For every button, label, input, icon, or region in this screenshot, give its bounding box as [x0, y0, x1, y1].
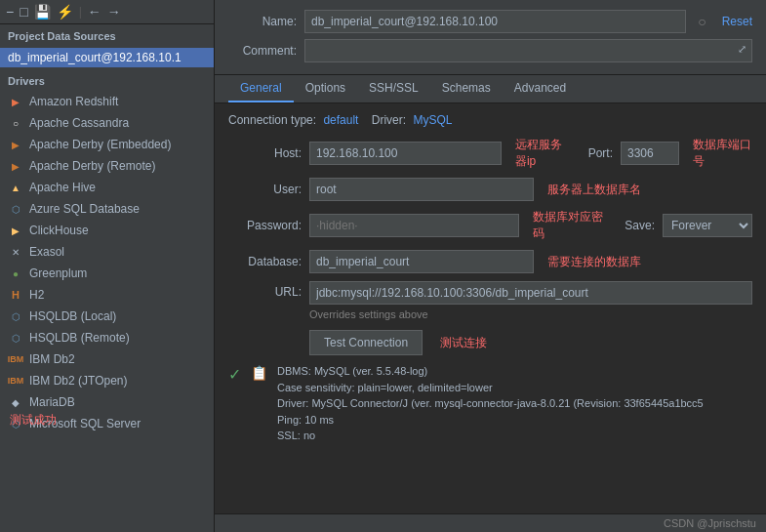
exasol-icon: ✕: [8, 244, 23, 260]
driver-clickhouse[interactable]: ▶ ClickHouse: [0, 220, 214, 241]
driver-hsqldb-local[interactable]: ⬡ HSQLDB (Local): [0, 306, 214, 327]
mariadb-icon: ◆: [8, 394, 23, 410]
url-row: URL:: [228, 281, 752, 305]
database-input[interactable]: [309, 250, 534, 273]
ibm-db2-icon: IBM: [8, 351, 23, 367]
driver-label: HSQLDB (Remote): [29, 331, 130, 345]
port-label: Port:: [588, 146, 613, 160]
save-label: Save:: [625, 219, 655, 232]
forward-icon[interactable]: →: [107, 4, 121, 20]
port-input[interactable]: [621, 142, 679, 165]
result-ssl-line: SSL: no: [277, 428, 704, 444]
driver-label: Greenplum: [29, 266, 87, 280]
driver-label: Apache Hive: [29, 181, 96, 194]
database-label: Database:: [228, 255, 302, 268]
save-icon[interactable]: 💾: [34, 4, 51, 20]
project-ds-title: Project Data Sources: [0, 24, 214, 48]
name-input[interactable]: [304, 10, 686, 33]
conn-type-link[interactable]: default: [323, 113, 358, 127]
comment-label: Comment:: [228, 44, 297, 58]
host-label: Host:: [228, 146, 302, 160]
driver-greenplum[interactable]: ● Greenplum: [0, 263, 214, 284]
port-annotation: 数据库端口号: [693, 137, 752, 170]
host-row: Host: 远程服务器ip Port: 数据库端口号: [228, 137, 752, 170]
success-checkmark-icon: ✓: [228, 365, 241, 384]
driver-h2[interactable]: H H2: [0, 284, 214, 306]
url-input[interactable]: [309, 281, 752, 305]
driver-apache-derby-embedded[interactable]: ▶ Apache Derby (Embedded): [0, 134, 214, 155]
driver-apache-derby-remote[interactable]: ▶ Apache Derby (Remote): [0, 155, 214, 177]
derby-remote-icon: ▶: [8, 158, 23, 174]
comment-input[interactable]: [304, 39, 752, 62]
password-label: Password:: [228, 219, 302, 232]
test-connection-button[interactable]: Test Connection: [309, 330, 423, 355]
user-label: User:: [228, 183, 302, 196]
test-annotation: 测试连接: [440, 335, 487, 351]
run-icon[interactable]: ⚡: [57, 4, 73, 20]
driver-label: Apache Cassandra: [29, 116, 129, 130]
sidebar: − □ 💾 ⚡ | ← → Project Data Sources db_im…: [0, 0, 215, 532]
general-tab-content: Connection type: default Driver: MySQL H…: [215, 103, 766, 513]
tab-options[interactable]: Options: [294, 75, 357, 102]
result-case-line: Case sensitivity: plain=lower, delimited…: [277, 380, 704, 396]
bottom-bar-text: CSDN @Jprischstu: [664, 517, 756, 529]
comment-wrapper: ⤢: [304, 39, 752, 62]
cassandra-icon: ○: [8, 115, 23, 131]
maximize-icon[interactable]: □: [20, 4, 27, 20]
bottom-bar: CSDN @Jprischstu: [215, 513, 766, 532]
hive-icon: ▲: [8, 180, 23, 195]
host-annotation: 远程服务器ip: [515, 137, 573, 170]
driver-hsqldb-remote[interactable]: ⬡ HSQLDB (Remote): [0, 327, 214, 348]
tab-general[interactable]: General: [228, 75, 294, 102]
driver-label: H2: [29, 288, 44, 302]
top-fields-panel: Name: ○ Reset Comment: ⤢: [215, 0, 766, 75]
hsqldb-local-icon: ⬡: [8, 308, 23, 324]
tab-advanced[interactable]: Advanced: [503, 75, 578, 102]
reset-link[interactable]: Reset: [722, 15, 752, 28]
driver-ibm-db2[interactable]: IBM IBM Db2: [0, 348, 214, 370]
result-dbms-line: DBMS: MySQL (ver. 5.5.48-log): [277, 363, 704, 380]
host-input[interactable]: [309, 142, 502, 165]
minimize-icon[interactable]: −: [6, 4, 14, 20]
driver-label: Exasol: [29, 245, 64, 259]
tab-schemas[interactable]: Schemas: [430, 75, 503, 102]
database-annotation: 需要连接的数据库: [547, 254, 641, 270]
hsqldb-remote-icon: ⬡: [8, 330, 23, 346]
tab-ssh-ssl[interactable]: SSH/SSL: [357, 75, 430, 102]
copy-icon[interactable]: 📋: [251, 365, 267, 381]
result-area: ✓ 📋 DBMS: MySQL (ver. 5.5.48-log) Case s…: [228, 363, 752, 444]
derby-embedded-icon: ▶: [8, 137, 23, 152]
driver-mariadb[interactable]: ◆ MariaDB: [0, 391, 214, 413]
user-row: User: 服务器上数据库名: [228, 178, 752, 201]
overrides-text: Overrides settings above: [309, 308, 752, 320]
driver-exasol[interactable]: ✕ Exasol: [0, 241, 214, 263]
tabs-bar: General Options SSH/SSL Schemas Advanced: [215, 75, 766, 103]
separator: |: [79, 5, 82, 19]
driver-label: Azure SQL Database: [29, 202, 140, 216]
driver-apache-cassandra[interactable]: ○ Apache Cassandra: [0, 112, 214, 134]
driver-azure-sql[interactable]: ⬡ Azure SQL Database: [0, 198, 214, 220]
result-driver-line: Driver: MySQL Connector/J (ver. mysql-co…: [277, 395, 704, 412]
driver-apache-hive[interactable]: ▲ Apache Hive: [0, 177, 214, 198]
password-annotation: 数据库对应密码: [533, 209, 609, 242]
test-connection-row: Test Connection 测试连接: [228, 330, 752, 355]
driver-ibm-db2-jtopen[interactable]: IBM IBM Db2 (JTOpen): [0, 370, 214, 391]
driver-prefix: Driver:: [372, 113, 406, 127]
password-input[interactable]: [309, 214, 519, 237]
driver-amazon-redshift[interactable]: ▶ Amazon Redshift: [0, 91, 214, 112]
toolbar: − □ 💾 ⚡ | ← →: [0, 0, 214, 24]
greenplum-icon: ●: [8, 266, 23, 281]
user-input[interactable]: [309, 178, 534, 201]
driver-label: IBM Db2 (JTOpen): [29, 374, 127, 388]
driver-label: HSQLDB (Local): [29, 309, 116, 323]
clickhouse-icon: ▶: [8, 223, 23, 238]
name-circle-icon: ○: [698, 14, 706, 29]
driver-value-link[interactable]: MySQL: [413, 113, 452, 127]
database-row: Database: 需要连接的数据库: [228, 250, 752, 273]
driver-label: MariaDB: [29, 395, 75, 409]
save-select[interactable]: Forever Until restart Never: [663, 214, 752, 237]
url-label: URL:: [228, 281, 302, 299]
ibm-db2-jtopen-icon: IBM: [8, 373, 23, 389]
back-icon[interactable]: ←: [88, 4, 101, 20]
selected-datasource-item[interactable]: db_imperial_court@192.168.10.1: [0, 48, 214, 67]
